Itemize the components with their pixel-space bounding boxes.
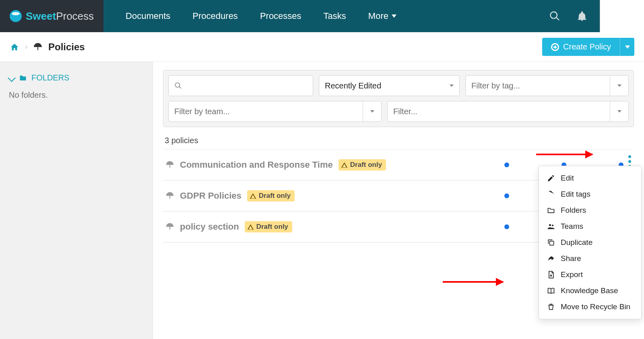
trash-icon — [547, 303, 555, 311]
umbrella-icon — [33, 42, 43, 52]
svg-rect-5 — [250, 228, 251, 228]
svg-rect-8 — [550, 241, 554, 245]
chevron-down-icon — [8, 74, 16, 82]
status-dot — [504, 224, 509, 229]
annotation-arrow — [536, 154, 592, 155]
nav-right-slot — [600, 0, 644, 32]
search-field[interactable] — [182, 76, 307, 96]
menu-share[interactable]: Share — [539, 251, 641, 267]
menu-folders[interactable]: Folders — [539, 202, 641, 218]
nav-procedures[interactable]: Procedures — [192, 11, 238, 21]
caret-down-icon — [625, 45, 630, 49]
teams-icon — [547, 222, 555, 230]
home-icon[interactable] — [10, 43, 19, 51]
draft-badge: Draft only — [245, 221, 292, 232]
folders-header[interactable]: FOLDERS — [9, 73, 144, 82]
folder-icon — [547, 206, 555, 214]
duplicate-icon — [547, 238, 555, 247]
menu-duplicate[interactable]: Duplicate — [539, 234, 641, 251]
search-input[interactable] — [168, 75, 313, 96]
policy-title: GDPR Policies — [180, 191, 242, 201]
umbrella-icon — [165, 191, 174, 200]
nav-more-label: More — [368, 11, 388, 21]
share-icon — [547, 255, 555, 263]
create-policy-button[interactable]: Create Policy — [542, 38, 620, 56]
svg-point-7 — [552, 224, 553, 226]
caret-down-icon — [450, 84, 454, 87]
svg-point-6 — [549, 224, 551, 226]
row-actions-menu: Edit Edit tags Folders Teams Duplicate S… — [539, 166, 642, 319]
search-icon[interactable] — [549, 10, 560, 22]
nav-more[interactable]: More — [368, 11, 396, 21]
plus-circle-icon — [551, 43, 559, 51]
menu-edit-tags[interactable]: Edit tags — [539, 186, 641, 202]
folders-empty-text: No folders. — [9, 90, 144, 100]
caret-down-icon — [617, 110, 621, 113]
cup-icon — [10, 10, 22, 22]
status-dot — [504, 193, 509, 198]
sort-select[interactable]: Recently Edited — [319, 75, 460, 96]
generic-filter[interactable]: Filter... — [387, 101, 629, 122]
create-policy-dropdown[interactable] — [620, 38, 634, 56]
folders-title: FOLDERS — [31, 73, 69, 82]
draft-badge: Draft only — [247, 190, 295, 201]
bell-icon[interactable] — [576, 10, 588, 22]
breadcrumb-bar: › Policies Create Policy — [0, 32, 644, 62]
create-policy-group: Create Policy — [542, 38, 634, 56]
top-navbar: SweetProcess Documents Procedures Proces… — [0, 0, 644, 32]
chevron-down-icon — [392, 14, 396, 18]
nav-right — [549, 10, 600, 22]
warning-icon — [250, 193, 256, 199]
caret-down-icon — [617, 84, 621, 87]
book-icon — [547, 287, 555, 295]
annotation-arrow — [443, 281, 503, 283]
menu-recycle[interactable]: Move to Recycle Bin — [539, 299, 641, 315]
policy-count: 3 policies — [165, 136, 632, 145]
svg-rect-2 — [253, 195, 253, 197]
nav-links: Documents Procedures Processes Tasks Mor… — [103, 11, 549, 21]
folder-icon — [19, 74, 27, 82]
warning-icon — [247, 224, 254, 230]
caret-down-icon — [370, 110, 374, 113]
sort-value: Recently Edited — [325, 81, 381, 90]
tag-icon — [547, 190, 555, 198]
filters-card: Recently Edited Filter by tag... Filter … — [163, 70, 634, 127]
export-icon — [547, 271, 555, 279]
umbrella-icon — [165, 160, 174, 169]
breadcrumb-label: Policies — [48, 41, 85, 53]
search-icon — [174, 82, 182, 90]
main-content: Recently Edited Filter by tag... Filter … — [153, 62, 644, 339]
menu-teams[interactable]: Teams — [539, 218, 641, 234]
umbrella-icon — [165, 222, 174, 231]
warning-icon — [341, 162, 348, 168]
menu-edit[interactable]: Edit — [539, 170, 641, 186]
menu-knowledge-base[interactable]: Knowledge Base — [539, 283, 641, 299]
breadcrumb-separator: › — [25, 43, 27, 51]
nav-tasks[interactable]: Tasks — [324, 11, 346, 21]
team-filter[interactable]: Filter by team... — [168, 101, 382, 122]
status-dot — [504, 162, 509, 167]
draft-badge: Draft only — [339, 159, 386, 171]
sidebar: FOLDERS No folders. — [0, 62, 153, 339]
filter-placeholder: Filter... — [393, 107, 417, 116]
pencil-icon — [547, 174, 555, 182]
team-placeholder: Filter by team... — [174, 107, 230, 116]
nav-documents[interactable]: Documents — [126, 11, 170, 21]
brand-logo[interactable]: SweetProcess — [0, 0, 103, 32]
policy-title: policy section — [180, 222, 239, 232]
svg-rect-4 — [250, 226, 251, 228]
tag-placeholder: Filter by tag... — [471, 81, 520, 90]
brand-text: SweetProcess — [26, 10, 94, 23]
create-policy-label: Create Policy — [563, 42, 611, 51]
svg-rect-0 — [344, 164, 345, 166]
svg-rect-3 — [253, 197, 253, 197]
tag-filter[interactable]: Filter by tag... — [465, 75, 629, 96]
nav-processes[interactable]: Processes — [260, 11, 301, 21]
menu-export[interactable]: Export — [539, 267, 641, 283]
policy-title: Communication and Response Time — [180, 160, 333, 170]
svg-rect-1 — [344, 166, 345, 166]
